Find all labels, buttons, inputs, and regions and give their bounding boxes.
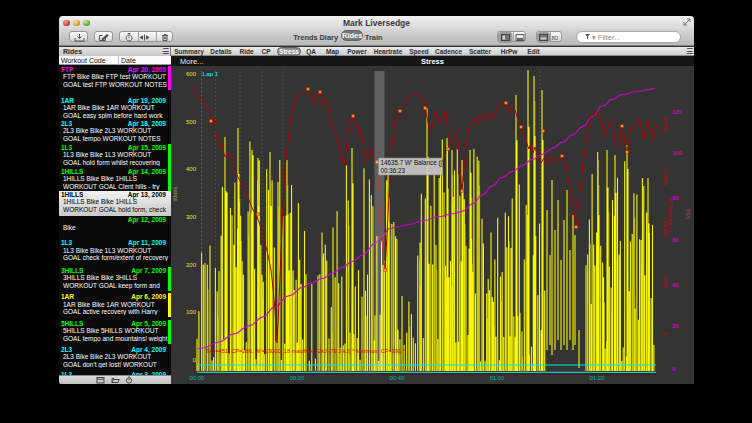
svg-text:600: 600 bbox=[186, 71, 197, 77]
svg-text:20: 20 bbox=[672, 323, 679, 329]
svg-text:200: 200 bbox=[186, 262, 197, 268]
svg-text:Watts: Watts bbox=[172, 186, 178, 201]
svg-text:00:20: 00:20 bbox=[290, 375, 305, 381]
svg-text:15,000: 15,000 bbox=[662, 168, 668, 185]
svg-text:0: 0 bbox=[662, 332, 668, 335]
svg-text:00:36:23: 00:36:23 bbox=[381, 167, 406, 174]
svg-text:TSS: TSS bbox=[685, 209, 691, 220]
svg-text:Tau=451, CP=286, W'=23000, 18: Tau=451, CP=286, W'=23000, 18 matches >2… bbox=[206, 348, 406, 354]
svg-text:5,000: 5,000 bbox=[662, 275, 668, 289]
svg-text:01:20: 01:20 bbox=[590, 375, 605, 381]
svg-text:20,000: 20,000 bbox=[662, 116, 668, 133]
svg-text:400: 400 bbox=[186, 166, 197, 172]
svg-text:W' Balance (j): W' Balance (j) bbox=[667, 198, 673, 232]
svg-text:00:40: 00:40 bbox=[390, 375, 405, 381]
svg-text:100: 100 bbox=[186, 309, 197, 315]
svg-text:120: 120 bbox=[672, 109, 683, 115]
svg-text:01:00: 01:00 bbox=[490, 375, 505, 381]
svg-text:60: 60 bbox=[672, 237, 679, 243]
svg-text:00:00: 00:00 bbox=[190, 375, 205, 381]
svg-text:80: 80 bbox=[552, 35, 559, 41]
svg-text:Lap 1: Lap 1 bbox=[203, 71, 219, 77]
svg-text:40: 40 bbox=[672, 282, 679, 288]
svg-text:100: 100 bbox=[672, 150, 683, 156]
svg-text:500: 500 bbox=[186, 119, 197, 125]
svg-text:300: 300 bbox=[186, 214, 197, 220]
